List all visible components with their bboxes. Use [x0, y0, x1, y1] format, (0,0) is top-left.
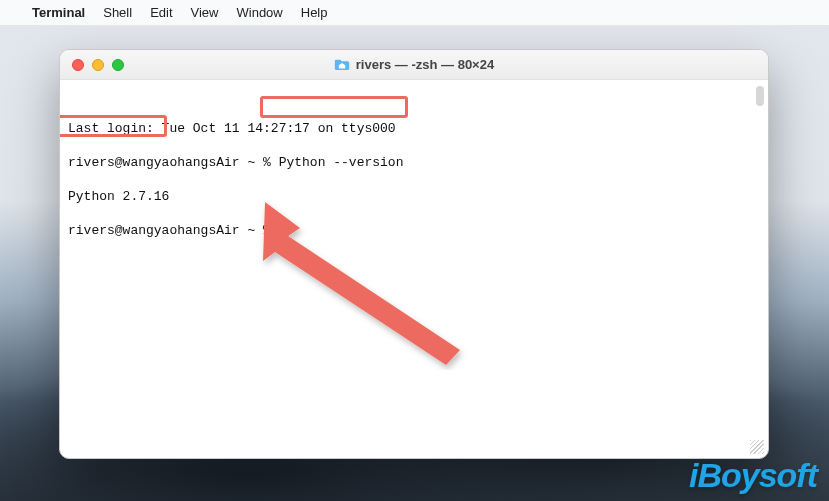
- menubar-item-edit[interactable]: Edit: [150, 5, 172, 20]
- watermark-logo: iBoysoft: [689, 456, 817, 495]
- terminal-window: rivers — -zsh — 80×24 Last login: Tue Oc…: [59, 49, 769, 459]
- window-traffic-lights: [60, 59, 124, 71]
- svg-rect-1: [335, 60, 341, 63]
- cursor: [281, 222, 289, 236]
- menubar-item-help[interactable]: Help: [301, 5, 328, 20]
- zoom-button[interactable]: [112, 59, 124, 71]
- resize-handle[interactable]: [750, 440, 764, 454]
- terminal-line-command: rivers@wangyaohangsAir ~ % Python --vers…: [68, 154, 760, 171]
- home-folder-icon: [334, 58, 350, 71]
- terminal-line-last-login: Last login: Tue Oct 11 14:27:17 on ttys0…: [68, 120, 760, 137]
- annotation-highlight-command: [260, 96, 408, 118]
- terminal-content[interactable]: Last login: Tue Oct 11 14:27:17 on ttys0…: [60, 80, 768, 458]
- menubar-app-name[interactable]: Terminal: [32, 5, 85, 20]
- scrollbar-thumb[interactable]: [756, 86, 764, 106]
- close-button[interactable]: [72, 59, 84, 71]
- macos-menubar: Terminal Shell Edit View Window Help: [0, 0, 829, 26]
- window-title: rivers — -zsh — 80×24: [356, 57, 494, 72]
- terminal-line-output: Python 2.7.16: [68, 188, 760, 205]
- svg-rect-0: [335, 61, 349, 70]
- window-titlebar[interactable]: rivers — -zsh — 80×24: [60, 50, 768, 80]
- minimize-button[interactable]: [92, 59, 104, 71]
- menubar-item-view[interactable]: View: [191, 5, 219, 20]
- terminal-line-prompt: rivers@wangyaohangsAir ~ %: [68, 222, 760, 239]
- menubar-item-shell[interactable]: Shell: [103, 5, 132, 20]
- menubar-item-window[interactable]: Window: [237, 5, 283, 20]
